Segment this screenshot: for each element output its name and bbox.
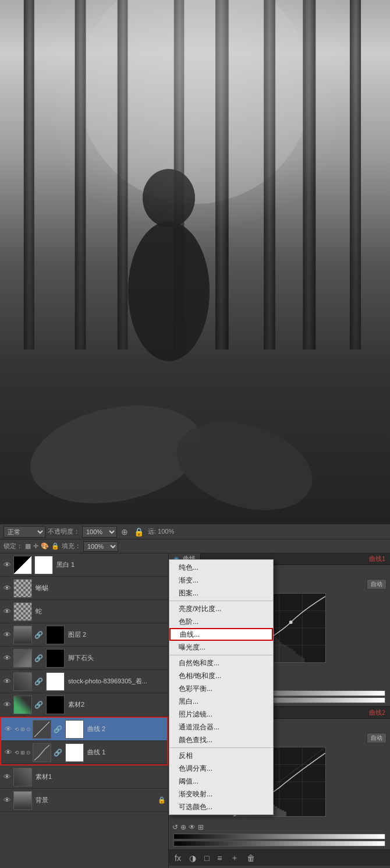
menu-item-curves[interactable]: 曲线... [169, 628, 273, 641]
eye-icon-material1[interactable]: 👁 [2, 772, 12, 782]
menu-item-gradient[interactable]: 渐变... [169, 574, 273, 587]
layer-mask-bw1 [34, 556, 53, 574]
eye-icon-stock[interactable]: 👁 [2, 677, 12, 686]
delete-layer-button[interactable]: 🗑 [244, 853, 257, 863]
new-group-button[interactable]: □ [202, 853, 211, 863]
menu-item-selectcolor[interactable]: 可选颜色... [169, 800, 273, 813]
layer-item-bw1[interactable]: 👁 黑白 1 [0, 553, 168, 577]
layer-thumb-bg [13, 791, 32, 810]
menu-item-exposure[interactable]: 曝光度... [169, 641, 273, 654]
mask-button[interactable]: ◑ [187, 853, 198, 863]
layer-thumb-curves2 [33, 720, 51, 739]
svg-rect-26 [275, 637, 277, 662]
opacity-label: 不透明度： [48, 527, 80, 536]
menu-item-photofilt[interactable]: 照片滤镜... [169, 708, 273, 721]
menu-item-channelmix[interactable]: 通道混合器... [169, 721, 273, 733]
layer-item-snake[interactable]: 👁 蛇 [0, 600, 168, 623]
layer-name-foot: 脚下石头 [66, 654, 166, 662]
curves1-red-label: 曲线1 [369, 555, 385, 563]
svg-rect-29 [282, 644, 284, 662]
curves2-chain2-icon: ⊙ [26, 726, 31, 732]
lock-move-icon[interactable]: ✛ [33, 542, 38, 550]
eye-icon-bw1[interactable]: 👁 [2, 560, 12, 570]
menu-item-invert[interactable]: 反相 [169, 749, 273, 762]
lock-icon[interactable]: 🔒 [132, 527, 146, 537]
layer-item-bg[interactable]: 👁 背景 🔒 [0, 789, 168, 812]
blend-mode-select[interactable]: 正常 [3, 526, 45, 538]
svg-rect-35 [296, 654, 298, 662]
curves1-chain2-icon: ⊙ [26, 750, 31, 756]
curves2-action2[interactable]: ⊕ [180, 823, 186, 831]
eye-icon-curves1[interactable]: 👁 [3, 748, 13, 757]
fill-select[interactable]: 100% [83, 541, 118, 552]
menu-item-pattern[interactable]: 图案... [169, 587, 273, 599]
menu-item-brightness[interactable]: 亮度/对比度... [169, 602, 273, 615]
layer-item-curves1[interactable]: 👁 ⟲ ⊞ ⊙ 🔗 曲线 1 [1, 741, 167, 764]
layer-name-curves2: 曲线 2 [86, 725, 165, 733]
svg-rect-37 [300, 657, 302, 662]
eye-icon-bg[interactable]: 👁 [2, 796, 12, 805]
curves2-action4[interactable]: ⊞ [198, 823, 204, 831]
menu-item-posterize[interactable]: 色调分离... [169, 762, 273, 775]
layer-item-material2[interactable]: 👁 🔗 素材2 [0, 693, 168, 717]
adj-layer-button[interactable]: ≡ [215, 853, 224, 863]
layer-name-snake: 蛇 [34, 607, 166, 616]
menu-item-solid[interactable]: 纯色... [169, 561, 273, 574]
layer-name-lizard: 蜥蜴 [34, 584, 166, 592]
layer-name-bg: 背景 [34, 796, 156, 805]
curves1-auto-button[interactable]: 自动 [367, 579, 387, 590]
menu-item-threshold[interactable]: 阈值... [169, 775, 273, 788]
chain-curves2: 🔗 [54, 725, 62, 733]
lock-label: 锁定： [3, 542, 23, 551]
layer-toolbar-mode: 正常 不透明度： 100% ⊕ 🔒 远: 100% [0, 524, 390, 539]
layer-thumb-foot [13, 649, 32, 668]
menu-item-vibrance[interactable]: 自然饱和度... [169, 657, 273, 669]
menu-item-hsl[interactable]: 色相/饱和度... [169, 669, 273, 682]
layer-name-material1: 素材1 [34, 772, 166, 781]
layer-item-layer2[interactable]: 👁 🔗 图层 2 [0, 623, 168, 647]
menu-item-colorbalance[interactable]: 色彩平衡... [169, 682, 273, 695]
lock-art-icon[interactable]: 🎨 [41, 542, 49, 550]
opacity-extra: 远: 100% [148, 527, 174, 536]
curves2-action3[interactable]: 👁 [189, 823, 196, 831]
layer-thumb-material2 [13, 696, 32, 714]
lock-all-icon[interactable]: 🔒 [51, 542, 59, 550]
layer-thumb-material1 [13, 768, 32, 786]
svg-rect-65 [275, 806, 277, 816]
link-icon[interactable]: ⊕ [119, 527, 130, 537]
eye-icon-curves2[interactable]: 👁 [3, 725, 13, 734]
opacity-select[interactable]: 100% [82, 526, 117, 538]
curves2-gradient-bar [173, 834, 385, 839]
eye-icon-snake[interactable]: 👁 [2, 607, 12, 616]
layer-thumb-stock [13, 672, 32, 691]
new-layer-button[interactable]: ＋ [228, 852, 241, 864]
layer-item-material1[interactable]: 👁 素材1 [0, 765, 168, 789]
layer-thumb-curves1 [33, 743, 51, 762]
lock-pixel-icon[interactable]: ▦ [25, 542, 31, 550]
curves2-auto-button[interactable]: 自动 [367, 733, 387, 743]
layer-item-curves2[interactable]: 👁 ⟲ ⊞ ⊙ 🔗 曲线 2 [1, 718, 167, 741]
eye-icon-material2[interactable]: 👁 [2, 700, 12, 710]
svg-rect-68 [282, 810, 284, 816]
fx-button[interactable]: fx [172, 853, 183, 863]
chain-curves1: 🔗 [54, 749, 62, 757]
menu-item-colorlookup[interactable]: 颜色查找... [169, 733, 273, 746]
curves2-group-icon: ⊞ [20, 726, 25, 732]
eye-icon-lizard[interactable]: 👁 [2, 584, 12, 593]
svg-rect-69 [284, 811, 286, 816]
menu-divider-2 [169, 655, 273, 655]
menu-item-levels[interactable]: 色阶... [169, 615, 273, 628]
eye-icon-layer2[interactable]: 👁 [2, 630, 12, 640]
eye-icon-foot[interactable]: 👁 [2, 654, 12, 663]
svg-rect-38 [302, 658, 304, 662]
menu-item-bw[interactable]: 黑白... [169, 695, 273, 708]
menu-item-gradmap[interactable]: 渐变映射... [169, 788, 273, 800]
layer-thumb-lizard [13, 579, 32, 598]
layer-item-stock[interactable]: 👁 🔗 stock-photo-83969305_着... [0, 670, 168, 693]
layer-item-lizard[interactable]: 👁 蜥蜴 [0, 577, 168, 600]
svg-rect-31 [286, 646, 289, 662]
curves-group-border: 👁 ⟲ ⊞ ⊙ 🔗 曲线 2 [0, 717, 168, 765]
curves2-action1[interactable]: ↺ [172, 823, 178, 831]
layer-item-foot[interactable]: 👁 🔗 脚下石头 [0, 647, 168, 670]
layer-mask-material2 [46, 696, 65, 714]
